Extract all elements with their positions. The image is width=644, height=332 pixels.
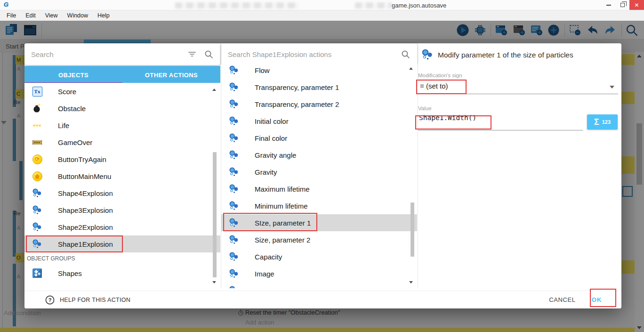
list-item-object[interactable]: Shape3Explosion (24, 202, 220, 219)
minimize-icon (606, 5, 611, 6)
menu-window[interactable]: Window (63, 10, 93, 21)
title-bar: G game.json.autosave ✕ (0, 0, 644, 10)
sigma-icon: Σ (594, 117, 599, 127)
list-item-object[interactable]: ♥♥♥ Life (24, 117, 220, 134)
particles-icon (228, 65, 240, 75)
scroll-up-icon[interactable] (212, 89, 216, 91)
list-item-action[interactable]: Minimum lifetime (221, 197, 417, 214)
restore-icon (620, 3, 625, 7)
scrollbar-thumb[interactable] (411, 202, 414, 257)
list-item-object[interactable]: ⟳ ButtonTryAgain (24, 151, 220, 168)
particles-icon (421, 49, 434, 63)
close-icon: ✕ (634, 2, 639, 8)
list-item-object[interactable]: Obstacle (24, 100, 220, 117)
cancel-button[interactable]: CANCEL (549, 296, 575, 303)
particles-icon (228, 201, 240, 211)
list-item-object[interactable]: Shape2Explosion (24, 219, 220, 235)
list-item-action[interactable]: Maximum lifetime (221, 180, 417, 197)
scroll-down-icon[interactable] (409, 281, 413, 283)
list-item-action[interactable]: Final color (221, 130, 417, 146)
menu-file[interactable]: File (2, 10, 21, 21)
filter-icon[interactable] (187, 49, 197, 59)
value-input[interactable] (419, 114, 579, 121)
list-item-action[interactable]: Initial color (221, 113, 417, 130)
chevron-down-icon[interactable] (610, 86, 614, 89)
minimize-button[interactable] (602, 0, 615, 10)
text-object-icon: Tx (32, 87, 43, 97)
particles-icon (228, 82, 240, 92)
object-group-icon (32, 268, 43, 278)
list-item-object[interactable]: Shape4Explosion (24, 185, 220, 202)
menu-edit[interactable]: Edit (21, 10, 40, 21)
retry-button-icon: ⟳ (32, 154, 43, 164)
scroll-down-icon[interactable] (212, 281, 216, 283)
list-item-action[interactable]: Size, parameter 2 (221, 231, 417, 248)
search-icon[interactable] (401, 49, 411, 59)
list-item-object[interactable]: Tx Score (24, 83, 220, 100)
particles-icon (32, 188, 43, 198)
scroll-up-icon[interactable] (409, 67, 413, 70)
list-item-action[interactable]: Image (221, 265, 417, 282)
help-icon[interactable]: ? (45, 295, 55, 305)
blurred-path-text (175, 2, 298, 8)
list-item-action[interactable]: Transparency, parameter 1 (221, 79, 417, 96)
particles-icon (32, 222, 43, 232)
value-field-label: Value (418, 105, 432, 111)
list-item-group[interactable]: Shapes (24, 265, 220, 282)
list-item-action[interactable]: Transparency, parameter 2 (221, 96, 417, 113)
bomb-icon (32, 103, 43, 113)
tab-objects[interactable]: OBJECTS (24, 66, 122, 84)
list-item-action-partial[interactable] (221, 282, 417, 288)
home-button-icon (32, 171, 43, 181)
sign-select[interactable]: = (set to) (420, 82, 448, 90)
field-underline (418, 94, 618, 94)
list-item-action[interactable]: Capacity (221, 248, 417, 265)
menu-view[interactable]: View (40, 10, 63, 21)
dialog-footer: ? HELP FOR THIS ACTION CANCEL OK (24, 291, 621, 308)
particles-icon (228, 268, 240, 279)
field-underline (418, 130, 583, 130)
particles-icon (228, 285, 240, 288)
particles-icon (32, 239, 43, 249)
scrollbar-thumb[interactable] (213, 152, 217, 277)
object-groups-header: OBJECT GROUPS (24, 252, 220, 265)
particles-icon (228, 150, 240, 160)
particles-icon (228, 218, 240, 228)
particles-icon (32, 205, 43, 215)
divider (418, 43, 418, 288)
action-search-input[interactable] (228, 50, 401, 58)
menu-help[interactable]: Help (93, 10, 114, 21)
list-item-object-selected[interactable]: Shape1Explosion (24, 235, 220, 252)
object-tabs: OBJECTS OTHER ACTIONS (24, 66, 220, 84)
tab-other-actions[interactable]: OTHER ACTIONS (122, 66, 220, 84)
action-list: Flow Transparency, parameter 1 Transpare… (221, 62, 417, 288)
particles-icon (228, 184, 240, 194)
list-item-object[interactable]: ButtonMainMenu (24, 168, 220, 185)
svg-text:?: ? (48, 297, 52, 303)
window-title: game.json.autosave (392, 2, 446, 9)
expression-builder-button[interactable]: Σ 123 (587, 114, 618, 130)
search-icon[interactable] (204, 49, 214, 59)
gdevelop-logo-icon: G (4, 1, 8, 8)
particles-icon (228, 167, 240, 177)
instruction-editor-dialog: OBJECTS OTHER ACTIONS Tx Score Obstacle … (24, 43, 621, 308)
blurred-path-text (355, 2, 392, 8)
list-item-action[interactable]: Gravity (221, 163, 417, 180)
particles-icon (228, 235, 240, 245)
list-item-action-selected[interactable]: SIze, parameter 1 (221, 214, 417, 231)
sign-field-label: Modification's sign (418, 73, 462, 78)
particles-icon (228, 251, 240, 262)
particles-icon (228, 99, 240, 109)
restore-button[interactable] (616, 0, 629, 10)
close-button[interactable]: ✕ (629, 0, 644, 10)
list-item-action[interactable]: Flow (221, 62, 417, 79)
object-search-input[interactable] (31, 50, 187, 58)
app-window: G game.json.autosave ✕ File Edit View Wi… (0, 0, 644, 332)
ok-button[interactable]: OK (592, 296, 602, 303)
object-search-bar (24, 43, 220, 65)
action-title: Modify parameter 1 of the size of partic… (438, 51, 573, 59)
banner-icon (32, 137, 43, 147)
list-item-object[interactable]: GameOver (24, 134, 220, 151)
list-item-action[interactable]: Gravity angle (221, 146, 417, 163)
help-link[interactable]: HELP FOR THIS ACTION (60, 297, 130, 303)
